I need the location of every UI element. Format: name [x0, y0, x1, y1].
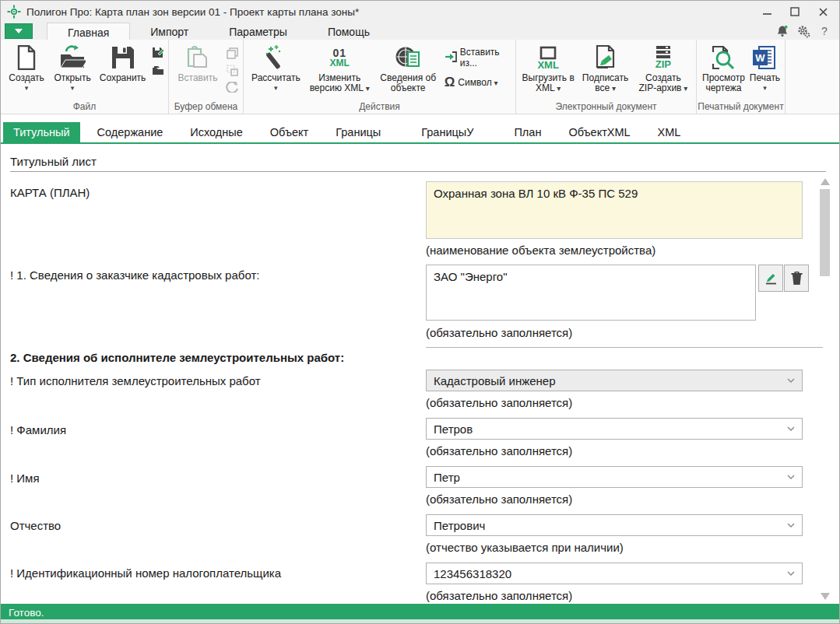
paste-clipboard-icon — [187, 44, 209, 72]
app-menu-button[interactable] — [5, 23, 33, 39]
notifications-bell-icon[interactable] — [775, 24, 789, 38]
object-info-button[interactable]: Сведения об объекте — [374, 42, 442, 96]
doc-tab-obekt[interactable]: Объект — [260, 122, 318, 142]
paste-button: Вставить — [172, 42, 223, 85]
doc-tab-plan[interactable]: План — [504, 122, 551, 142]
undo-icon — [225, 81, 239, 93]
open-folder-icon — [59, 44, 86, 72]
change-xml-version-button[interactable]: 01 XML Изменить версию XML — [305, 42, 374, 96]
doc-tab-xml[interactable]: XML — [648, 122, 691, 142]
window-controls — [755, 1, 835, 23]
tab-parametry[interactable]: Параметры — [209, 23, 308, 40]
ribbon-spacer — [786, 40, 839, 114]
executor-type-hint: (обязательно заполняется) — [426, 396, 572, 409]
preview-drawing-button[interactable]: Просмотр чертежа — [700, 42, 747, 96]
title-bar: Полигон Про: Карта план зон версии 01 - … — [1, 1, 839, 23]
print-button[interactable]: W Печать — [747, 42, 782, 93]
help-icon[interactable]: ? — [817, 24, 831, 38]
ribbon-tab-row: Главная Импорт Параметры Помощь ? — [1, 23, 839, 40]
ribbon-group-actions: Рассчитать 01 XML Изменить версию XML — [244, 40, 516, 114]
customer-textarea[interactable]: ЗАО "Энерго" — [426, 265, 756, 321]
export-xml-icon: XML — [537, 44, 558, 72]
close-icon[interactable] — [811, 2, 835, 21]
open-button[interactable]: Открыть — [49, 42, 96, 93]
doc-tab-titulny[interactable]: Титульный — [3, 122, 80, 142]
firstname-combobox[interactable]: Петр — [426, 466, 803, 488]
chevron-down-icon — [787, 378, 795, 383]
zip-icon: ZIP — [654, 44, 673, 72]
form-panel: Титульный лист КАРТА (ПЛАН) Охранная зон… — [1, 145, 839, 604]
maximize-icon[interactable] — [783, 2, 807, 21]
doc-tab-obektxml[interactable]: ОбъектXML — [558, 122, 640, 142]
patronymic-hint: (отчество указывается при наличии) — [426, 541, 624, 554]
scroll-up-icon[interactable] — [821, 178, 830, 185]
group-label-clipboard: Буфер обмена — [169, 101, 243, 112]
save-copy-icon[interactable] — [151, 64, 165, 76]
doc-tab-granitsy[interactable]: Границы — [325, 122, 391, 142]
omega-icon: Ω — [445, 75, 455, 89]
app-window: Полигон Про: Карта план зон версии 01 - … — [0, 0, 840, 624]
save-button[interactable]: Сохранить — [96, 42, 149, 85]
tab-glavnaya[interactable]: Главная — [47, 23, 130, 40]
export-xml-button[interactable]: XML Выгрузить в XML — [519, 42, 577, 96]
scroll-down-icon[interactable] — [821, 593, 830, 600]
surname-hint: (обязательно заполняется) — [426, 444, 572, 457]
inn-hint: (обязательно заполняется) — [426, 589, 572, 602]
title-divider — [10, 171, 826, 172]
inn-label: ! Идентификационный номер налогоплательщ… — [10, 566, 281, 580]
customer-edit-button[interactable] — [758, 265, 783, 292]
paste-special-icon — [225, 64, 239, 76]
chevron-down-icon — [787, 523, 795, 528]
customer-hint: (обязательно заполняется) — [426, 326, 572, 339]
vertical-scrollbar[interactable] — [818, 177, 832, 601]
patronymic-combobox[interactable]: Петрович — [426, 514, 803, 536]
minimize-icon[interactable] — [755, 2, 778, 21]
executor-type-select[interactable]: Кадастровый инженер — [426, 370, 803, 391]
create-button[interactable]: Создать — [4, 42, 49, 93]
magic-wand-icon — [263, 44, 288, 72]
insert-from-button[interactable]: Вставить из... — [442, 45, 512, 70]
save-floppy-icon — [111, 44, 135, 72]
ribbon: Создать Открыть — [1, 40, 839, 114]
insert-arrow-icon — [445, 51, 457, 65]
status-text: Готово. — [9, 607, 44, 619]
tab-import[interactable]: Импорт — [130, 23, 209, 40]
clipboard-small-buttons — [225, 42, 239, 93]
firstname-hint: (обязательно заполняется) — [426, 493, 572, 506]
word-icon: W — [753, 44, 776, 72]
window-bottom-strip — [1, 619, 839, 623]
scroll-thumb[interactable] — [820, 189, 830, 276]
svg-text:W: W — [756, 52, 766, 64]
doc-tab-granitsyu[interactable]: ГраницыУ — [411, 122, 483, 142]
ribbon-group-clipboard: Вставить — [169, 40, 244, 114]
create-zip-button[interactable]: ZIP Создать ZIP-архив — [634, 42, 693, 96]
karta-textarea[interactable]: Охранная зона ВЛ 10 кВ Ф-35 ПС 529 — [426, 181, 803, 239]
window-title: Полигон Про: Карта план зон версии 01 - … — [26, 6, 359, 18]
quick-icons: ? — [775, 24, 831, 38]
karta-label: КАРТА (ПЛАН) — [10, 186, 90, 199]
customer-delete-button[interactable] — [784, 265, 809, 292]
sign-all-button[interactable]: Подписать все — [577, 42, 633, 96]
doc-tab-ishodnye[interactable]: Исходные — [180, 122, 252, 142]
group-label-file: Файл — [1, 101, 168, 112]
surname-combobox[interactable]: Петров — [426, 418, 803, 440]
menu-tabs: Главная Импорт Параметры Помощь — [47, 23, 390, 40]
trash-icon — [791, 272, 803, 285]
settings-gears-icon[interactable] — [796, 24, 810, 38]
customer-label: ! 1. Сведения о заказчике кадастровых ра… — [10, 268, 259, 282]
inn-combobox[interactable]: 123456318320 — [426, 563, 803, 584]
doc-tab-soderzhanie[interactable]: Содержание — [87, 122, 174, 142]
xml-version-icon: 01 XML — [330, 44, 350, 72]
symbol-button[interactable]: Ω Символ — [442, 74, 512, 90]
chevron-down-icon — [787, 426, 795, 431]
group-label-print: Печатный документ — [697, 101, 785, 112]
ribbon-group-file: Создать Открыть — [1, 40, 169, 114]
firstname-label: ! Имя — [10, 472, 40, 485]
tab-pomosch[interactable]: Помощь — [308, 23, 390, 40]
ribbon-group-print: Просмотр чертежа W Печать Печатный докум… — [697, 40, 786, 114]
group-label-actions: Действия — [244, 101, 515, 112]
save-as-icon[interactable] — [151, 47, 165, 59]
calculate-button[interactable]: Рассчитать — [247, 42, 305, 93]
chevron-down-icon — [15, 29, 23, 33]
app-logo-icon — [7, 5, 21, 19]
